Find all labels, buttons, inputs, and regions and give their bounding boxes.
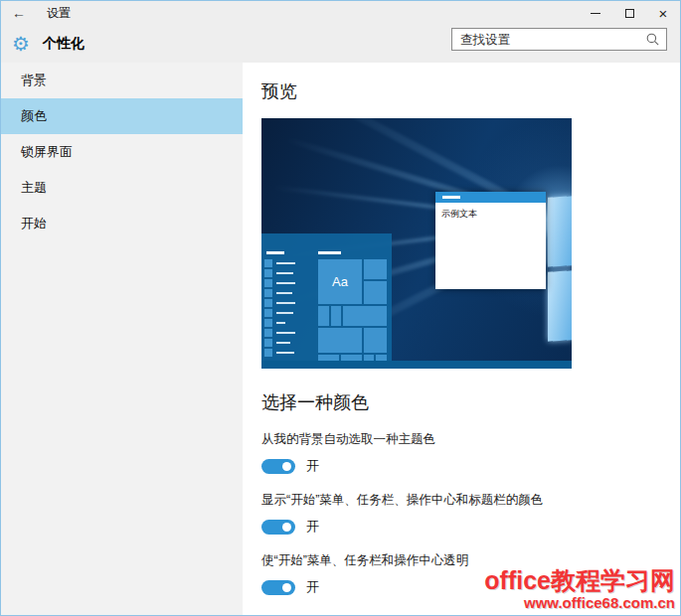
sample-window-text: 示例文本 [435, 203, 546, 226]
start-menu-item-icon [264, 339, 272, 347]
titlebar: ← 设置 × [1, 1, 680, 25]
window-controls: × [579, 1, 680, 25]
back-icon[interactable]: ← [12, 6, 26, 20]
sidebar-item-start[interactable]: 开始 [1, 206, 243, 241]
header: ⚙ 个性化 [1, 25, 680, 63]
setting-show-color: 显示“开始”菜单、任务栏、操作中心和标题栏的颜色 开 [261, 492, 680, 536]
page-title: 个性化 [43, 35, 85, 53]
start-menu-item-label [276, 352, 294, 354]
minimize-button[interactable] [579, 1, 612, 25]
start-tile [318, 306, 329, 326]
start-menu-item-label [276, 302, 295, 304]
start-menu-item-label [276, 322, 285, 324]
search-box[interactable] [451, 28, 667, 51]
preview-heading: 预览 [261, 63, 680, 103]
sidebar-item-themes[interactable]: 主题 [1, 170, 243, 206]
start-tile [364, 259, 387, 279]
close-button[interactable]: × [646, 1, 680, 25]
start-menu-item-icon [264, 349, 272, 357]
start-tile-large: Aa [318, 259, 362, 304]
start-menu-item-icon [264, 329, 272, 337]
start-menu-item-icon [264, 289, 272, 297]
settings-window: ← 设置 × ⚙ 个性化 背景 颜色 锁屏界面 主题 开始 [0, 0, 681, 616]
setting-label: 显示“开始”菜单、任务栏、操作中心和标题栏的颜色 [261, 492, 680, 509]
start-menu-item-label [276, 262, 295, 264]
sidebar: 背景 颜色 锁屏界面 主题 开始 [1, 63, 243, 615]
start-menu-item-label [276, 292, 292, 294]
start-menu-item-label [276, 332, 295, 334]
toggle-knob [282, 462, 291, 471]
main-content: 预览 示例文本 [243, 63, 680, 615]
start-tile [331, 306, 341, 326]
maximize-icon [625, 9, 634, 18]
start-tile [343, 306, 387, 326]
sidebar-item-background[interactable]: 背景 [1, 63, 243, 98]
windows-logo-pane [548, 270, 572, 342]
start-menu-item-icon [264, 319, 272, 327]
toggle-knob [282, 523, 291, 532]
tiles-header-placeholder [318, 251, 341, 254]
start-menu-item-icon [264, 279, 272, 287]
gear-icon: ⚙ [12, 34, 30, 54]
taskbar-mock [261, 361, 572, 369]
setting-transparency: 使“开始”菜单、任务栏和操作中心透明 开 [261, 552, 680, 596]
start-menu-item-icon [264, 269, 272, 277]
sidebar-item-lockscreen[interactable]: 锁屏界面 [1, 134, 243, 170]
minimize-icon [591, 13, 600, 14]
start-menu-item-label [276, 282, 295, 284]
start-menu-header-placeholder [266, 251, 284, 254]
start-menu-item-label [276, 312, 293, 314]
start-menu-item-icon [264, 259, 272, 267]
start-menu-item-label [276, 342, 290, 344]
setting-label: 使“开始”菜单、任务栏和操作中心透明 [261, 552, 680, 569]
start-tile [318, 328, 362, 353]
windows-logo-pane [548, 196, 572, 267]
toggle-state-label: 开 [306, 518, 319, 536]
start-menu-item-icon [264, 309, 272, 317]
choose-color-heading: 选择一种颜色 [261, 390, 680, 414]
setting-label: 从我的背景自动选取一种主题色 [261, 431, 680, 448]
start-menu-item-label [276, 272, 293, 274]
toggle-knob [282, 583, 291, 592]
toggle-state-label: 开 [306, 578, 319, 596]
search-icon [646, 33, 659, 46]
search-input[interactable] [452, 33, 646, 47]
start-tile [364, 328, 387, 353]
window-title: 设置 [47, 5, 71, 22]
start-tile [364, 281, 387, 304]
transparency-toggle[interactable] [261, 580, 295, 595]
sample-window-title-placeholder [442, 196, 460, 199]
start-menu-item-icon [264, 299, 272, 307]
app-body: 背景 颜色 锁屏界面 主题 开始 预览 [1, 63, 680, 615]
sample-window-titlebar [435, 192, 546, 203]
auto-accent-toggle[interactable] [261, 459, 295, 474]
desktop-preview-image: 示例文本 [261, 118, 572, 369]
toggle-state-label: 开 [306, 457, 319, 475]
start-menu-mock: Aa [261, 233, 392, 361]
setting-auto-accent: 从我的背景自动选取一种主题色 开 [261, 431, 680, 475]
sample-window: 示例文本 [435, 192, 546, 289]
show-color-toggle[interactable] [261, 520, 295, 535]
maximize-button[interactable] [612, 1, 646, 25]
sidebar-item-colors[interactable]: 颜色 [1, 98, 243, 134]
close-icon: × [659, 6, 668, 21]
